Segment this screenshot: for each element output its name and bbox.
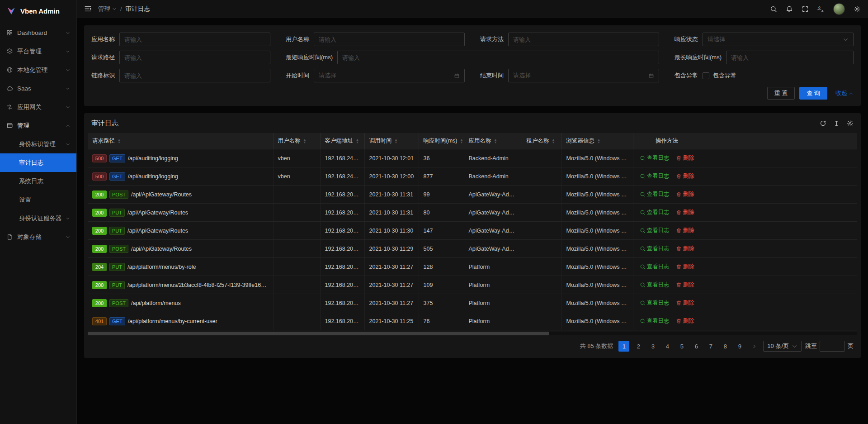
chevron-down-icon — [792, 343, 797, 349]
delete-button[interactable]: 删除 — [676, 317, 694, 325]
avatar[interactable] — [833, 3, 845, 15]
request-method-input[interactable] — [508, 33, 659, 46]
search-icon[interactable] — [770, 5, 777, 13]
min-response-time-input[interactable] — [337, 51, 659, 64]
application-name-cell: ApiGateWay-Admin — [464, 240, 522, 258]
delete-button[interactable]: 删除 — [676, 245, 694, 252]
delete-label: 删除 — [683, 154, 694, 162]
max-response-time-input[interactable] — [726, 51, 854, 64]
start-time-label: 开始时间 — [286, 71, 309, 80]
view-log-button[interactable]: 查看日志 — [640, 191, 670, 198]
start-time-date-picker[interactable]: 请选择 — [314, 69, 465, 82]
horizontal-scrollbar[interactable] — [88, 332, 857, 335]
filler-cell — [701, 149, 857, 167]
sidebar-collapse-button[interactable] — [84, 5, 92, 13]
column-label: 调用时间 — [369, 138, 392, 144]
page-size-select[interactable]: 10 条/页 — [763, 341, 802, 352]
column-height-icon[interactable] — [833, 120, 840, 127]
status-badge: 200 — [92, 245, 107, 253]
settings-icon[interactable] — [847, 120, 854, 127]
view-log-button[interactable]: 查看日志 — [640, 209, 670, 216]
view-log-button[interactable]: 查看日志 — [640, 172, 670, 180]
delete-button[interactable]: 删除 — [676, 263, 694, 271]
page-button-7[interactable]: 7 — [705, 341, 716, 352]
page-button-8[interactable]: 8 — [720, 341, 731, 352]
page-button-2[interactable]: 2 — [633, 341, 644, 352]
delete-button[interactable]: 删除 — [676, 299, 694, 307]
filter-form: 应用名称用户名称请求方法响应状态请选择请求路径最短响应时间(ms)最长响应时间(… — [91, 33, 854, 82]
refresh-icon[interactable] — [820, 120, 826, 127]
client-address-cell: 192.168.240.1 — [320, 167, 364, 186]
response-status-select[interactable]: 请选择 — [703, 33, 854, 46]
page-button-4[interactable]: 4 — [662, 341, 673, 352]
column-header-user[interactable]: 用户名称▲▼ — [273, 133, 320, 149]
view-log-button[interactable]: 查看日志 — [640, 245, 670, 252]
settings-icon[interactable] — [854, 5, 861, 13]
sidebar-item-settings[interactable]: 设置 — [0, 191, 76, 209]
locale-icon[interactable]: 文A — [817, 5, 825, 13]
sort-icon: ▲▼ — [118, 138, 121, 144]
sidebar-item-platform[interactable]: 平台管理 — [0, 42, 76, 61]
topbar-actions: 文A — [770, 3, 861, 15]
sidebar-item-saas[interactable]: Saas — [0, 79, 76, 98]
view-log-button[interactable]: 查看日志 — [640, 227, 670, 234]
sidebar-item-audit-log[interactable]: 审计日志 — [0, 153, 76, 172]
delete-button[interactable]: 删除 — [676, 209, 694, 216]
view-log-button[interactable]: 查看日志 — [640, 263, 670, 271]
sidebar-item-management[interactable]: 管理 — [0, 116, 76, 135]
sidebar-item-identity-auth-server[interactable]: 身份认证服务器 — [0, 209, 76, 228]
column-header-browser[interactable]: 浏览器信息▲▼ — [561, 133, 633, 149]
page-button-6[interactable]: 6 — [691, 341, 702, 352]
end-time-date-picker[interactable]: 请选择 — [508, 69, 659, 82]
view-log-button[interactable]: 查看日志 — [640, 154, 670, 162]
collapse-link[interactable]: 收起 — [835, 89, 854, 97]
fullscreen-icon[interactable] — [802, 5, 809, 13]
pagination: 共 85 条数据 123456789 10 条/页 跳至 页 — [84, 335, 861, 358]
delete-button[interactable]: 删除 — [676, 227, 694, 234]
page-button-9[interactable]: 9 — [734, 341, 745, 352]
column-label: 浏览器信息 — [566, 138, 595, 144]
view-log-label: 查看日志 — [647, 172, 670, 180]
app-name-input[interactable] — [119, 33, 270, 46]
scrollbar-thumb[interactable] — [88, 332, 549, 335]
column-header-client[interactable]: 客户端地址▲▼ — [320, 133, 364, 149]
table-row: 401GET/api/platform/menus/by-current-use… — [88, 312, 857, 330]
view-log-button[interactable]: 查看日志 — [640, 299, 670, 307]
page-button-3[interactable]: 3 — [647, 341, 658, 352]
view-log-button[interactable]: 查看日志 — [640, 317, 670, 325]
view-log-label: 查看日志 — [647, 263, 670, 271]
delete-button[interactable]: 删除 — [676, 191, 694, 198]
sidebar-item-gateway[interactable]: 应用网关 — [0, 98, 76, 116]
page-button-5[interactable]: 5 — [676, 341, 687, 352]
reset-button[interactable]: 重 置 — [767, 87, 795, 100]
trace-id-input[interactable] — [119, 69, 270, 82]
filter-field-min-response-time: 最短响应时间(ms) — [286, 51, 659, 64]
page-button-1[interactable]: 1 — [618, 341, 629, 352]
logo[interactable]: Vben Admin — [0, 0, 76, 22]
sidebar-item-system-log[interactable]: 系统日志 — [0, 172, 76, 191]
column-header-path[interactable]: 请求路径▲▼ — [88, 133, 273, 149]
view-log-button[interactable]: 查看日志 — [640, 281, 670, 289]
sidebar-item-dashboard[interactable]: Dashboard — [0, 24, 76, 42]
delete-button[interactable]: 删除 — [676, 172, 694, 180]
request-path-input[interactable] — [119, 51, 270, 64]
sidebar-item-localization[interactable]: 本地化管理 — [0, 61, 76, 79]
actions-cell: 查看日志删除 — [633, 167, 701, 186]
sidebar-item-identity-management[interactable]: 身份标识管理 — [0, 135, 76, 153]
user-name-input[interactable] — [314, 33, 465, 46]
sidebar-item-object-storage[interactable]: 对象存储 — [0, 228, 76, 246]
search-button[interactable]: 查 询 — [799, 87, 827, 100]
column-header-tenant[interactable]: 租户名称▲▼ — [522, 133, 561, 149]
jump-page-input[interactable] — [820, 341, 845, 352]
delete-button[interactable]: 删除 — [676, 154, 694, 162]
next-page-button[interactable] — [749, 341, 760, 352]
response-status-label: 响应状态 — [675, 35, 698, 43]
delete-button[interactable]: 删除 — [676, 281, 694, 289]
browser-info-cell: Mozilla/5.0 (Windows NT 10.0; Win... — [561, 149, 633, 167]
column-header-duration[interactable]: 响应时间(ms)▲▼ — [419, 133, 464, 149]
breadcrumb-item-management[interactable]: 管理 — [98, 5, 117, 13]
column-header-app[interactable]: 应用名称▲▼ — [464, 133, 522, 149]
column-header-time[interactable]: 调用时间▲▼ — [364, 133, 419, 149]
include-exception-checkbox[interactable] — [703, 72, 709, 79]
notification-icon[interactable] — [786, 5, 793, 13]
